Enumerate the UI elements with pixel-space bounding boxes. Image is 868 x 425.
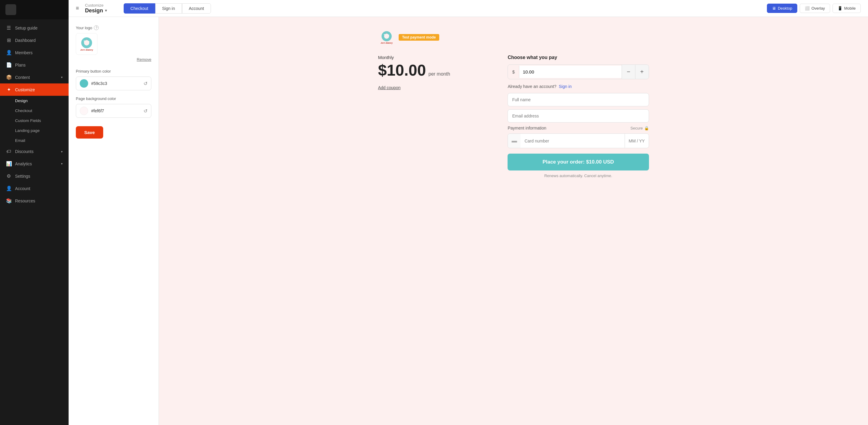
card-icon-area: ▬: [508, 134, 521, 148]
sidebar-subitem-custom-fields[interactable]: Custom Fields: [0, 116, 69, 125]
sidebar-subitem-landing-page[interactable]: Landing page: [0, 125, 69, 136]
primary-color-swatch[interactable]: [80, 79, 88, 88]
sidebar-item-label: Dashboard: [15, 38, 36, 43]
remove-logo-link[interactable]: Remove: [76, 57, 151, 62]
svg-point-9: [385, 35, 388, 38]
sidebar-item-label: Account: [15, 186, 30, 191]
sidebar-item-setup-guide[interactable]: ☰ Setup guide: [0, 22, 69, 34]
sidebar-item-dashboard[interactable]: ⊞ Dashboard: [0, 34, 69, 47]
preview-area: Jen's Bakery Test payment mode Monthly $…: [159, 17, 868, 425]
preview-header: Jen's Bakery Test payment mode: [378, 29, 649, 46]
subitem-label: Design: [15, 98, 28, 103]
svg-point-12: [386, 33, 387, 34]
view-desktop-button[interactable]: 🖥 Desktop: [767, 4, 797, 13]
analytics-icon: 📊: [6, 161, 11, 167]
bg-color-swatch[interactable]: [80, 107, 88, 115]
sign-in-link[interactable]: Sign in: [559, 84, 571, 89]
page-title[interactable]: Design ▾: [85, 7, 107, 14]
choose-payment-title: Choose what you pay: [507, 55, 649, 60]
overlay-icon: ⬜: [805, 6, 810, 10]
sidebar-item-analytics[interactable]: 📊 Analytics ▾: [0, 158, 69, 170]
sidebar-navigation: ☰ Setup guide ⊞ Dashboard 👤 Members 📄 Pl…: [0, 19, 69, 425]
view-mobile-button[interactable]: 📱 Mobile: [833, 4, 861, 13]
sidebar-item-label: Discounts: [15, 149, 33, 154]
mobile-icon: 📱: [838, 6, 842, 10]
mobile-label: Mobile: [844, 6, 856, 10]
logo-image: Jen's Bakery: [78, 35, 96, 53]
card-number-input[interactable]: [521, 134, 624, 148]
content-area: Your logo ? Jen's Bakery: [69, 17, 868, 425]
sidebar-item-customize[interactable]: ✦ Customize: [0, 83, 69, 96]
card-input-row: ▬: [507, 134, 649, 148]
payment-info-label: Payment information: [507, 125, 546, 131]
brand-logo: [5, 4, 16, 15]
svg-point-3: [84, 40, 85, 41]
email-input[interactable]: [507, 109, 649, 122]
secure-label: Secure 🔒: [630, 126, 649, 131]
checkout-left-panel: Monthly $10.00 per month Add coupon: [378, 55, 496, 178]
svg-text:Jen's Bakery: Jen's Bakery: [381, 42, 393, 44]
primary-color-input-row: #59c3c3 ↺: [76, 77, 151, 90]
sidebar-subitem-checkout[interactable]: Checkout: [0, 106, 69, 116]
sidebar-item-settings[interactable]: ⚙ Settings: [0, 170, 69, 182]
main-area: ≡ Customize Design ▾ Checkout Sign in Ac…: [69, 0, 868, 425]
sidebar-item-members[interactable]: 👤 Members: [0, 47, 69, 59]
topbar: ≡ Customize Design ▾ Checkout Sign in Ac…: [69, 0, 868, 17]
bg-color-hex: #fef6f7: [91, 108, 141, 113]
place-order-button[interactable]: Place your order: $10.00 USD: [507, 153, 649, 170]
plans-icon: 📄: [6, 62, 11, 68]
svg-text:Jen's Bakery: Jen's Bakery: [80, 49, 94, 51]
sidebar-subitem-design[interactable]: Design: [0, 96, 69, 106]
subitem-label: Landing page: [15, 128, 40, 133]
tab-account[interactable]: Account: [182, 3, 211, 13]
members-icon: 👤: [6, 50, 11, 55]
subitem-label: Email: [15, 138, 25, 143]
amount-input[interactable]: [519, 66, 622, 78]
sidebar-item-label: Content: [15, 75, 30, 80]
sidebar-subitem-email[interactable]: Email: [0, 136, 69, 145]
help-icon[interactable]: ?: [94, 25, 99, 30]
preview-tabs: Checkout Sign in Account: [124, 3, 211, 13]
resources-icon: 📚: [6, 198, 11, 204]
overlay-label: Overlay: [811, 6, 825, 10]
decrease-amount-button[interactable]: −: [622, 65, 635, 79]
add-coupon-link[interactable]: Add coupon: [378, 85, 401, 90]
card-icon: ▬: [512, 138, 517, 144]
tab-checkout[interactable]: Checkout: [124, 3, 155, 13]
renews-text: Renews automatically. Cancel anytime.: [507, 173, 649, 178]
desktop-label: Desktop: [778, 6, 792, 10]
card-date-input[interactable]: [625, 134, 649, 148]
primary-color-label: Primary button color: [76, 69, 151, 74]
breadcrumb-area: Customize Design ▾: [85, 3, 107, 14]
sidebar-item-content[interactable]: 📦 Content ▾: [0, 71, 69, 83]
primary-color-reset-button[interactable]: ↺: [144, 81, 148, 86]
sidebar-item-label: Setup guide: [15, 26, 38, 30]
payment-section-header: Payment information Secure 🔒: [507, 125, 649, 131]
increase-amount-button[interactable]: +: [635, 65, 649, 79]
bg-color-reset-button[interactable]: ↺: [144, 108, 148, 114]
sidebar-item-resources[interactable]: 📚 Resources: [0, 195, 69, 207]
title-text: Design: [85, 7, 103, 14]
chevron-down-icon: ▾: [61, 162, 63, 165]
sidebar-item-label: Analytics: [15, 162, 32, 166]
sidebar-item-discounts[interactable]: 🏷 Discounts ▾: [0, 145, 69, 158]
settings-panel: Your logo ? Jen's Bakery: [69, 17, 159, 425]
bg-color-label: Page background color: [76, 96, 151, 101]
sidebar: ☰ Setup guide ⊞ Dashboard 👤 Members 📄 Pl…: [0, 0, 69, 425]
svg-point-10: [383, 34, 385, 35]
view-buttons: 🖥 Desktop ⬜ Overlay 📱 Mobile: [767, 4, 861, 13]
logo-preview: Jen's Bakery: [76, 33, 97, 55]
customize-icon: ✦: [6, 87, 11, 92]
preview-logo-image: Jen's Bakery: [378, 29, 395, 46]
chevron-down-icon: ▾: [61, 150, 63, 153]
save-button[interactable]: Save: [76, 126, 103, 139]
tab-signin[interactable]: Sign in: [155, 3, 182, 13]
sidebar-item-account[interactable]: 👤 Account: [0, 182, 69, 195]
discounts-icon: 🏷: [6, 149, 11, 154]
view-overlay-button[interactable]: ⬜ Overlay: [800, 4, 830, 13]
full-name-input[interactable]: [507, 93, 649, 106]
subitem-label: Custom Fields: [15, 118, 41, 123]
sidebar-item-label: Resources: [15, 198, 35, 203]
sidebar-item-plans[interactable]: 📄 Plans: [0, 59, 69, 71]
menu-icon[interactable]: ≡: [76, 5, 79, 11]
